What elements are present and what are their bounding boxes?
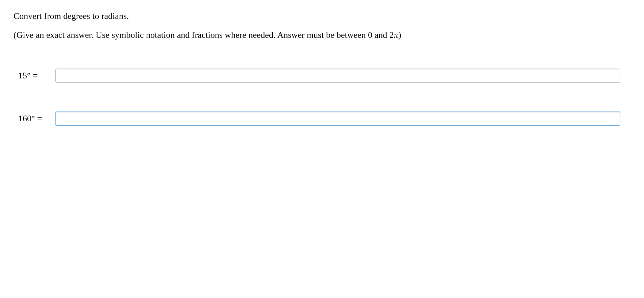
instruction-prefix: (Give an exact answer. Use symbolic nota… <box>14 30 394 40</box>
pi-symbol: π <box>394 30 398 40</box>
answer-input-2[interactable] <box>55 111 620 126</box>
question-label-1: 15° = <box>18 70 55 82</box>
problem-title: Convert from degrees to radians. <box>14 10 630 22</box>
question-row-2: 160° = <box>14 111 630 126</box>
answer-input-1[interactable] <box>55 69 620 83</box>
question-row-1: 15° = <box>14 69 630 83</box>
instruction-suffix: ) <box>398 30 401 40</box>
question-label-2: 160° = <box>18 113 55 125</box>
problem-instruction: (Give an exact answer. Use symbolic nota… <box>14 29 630 41</box>
